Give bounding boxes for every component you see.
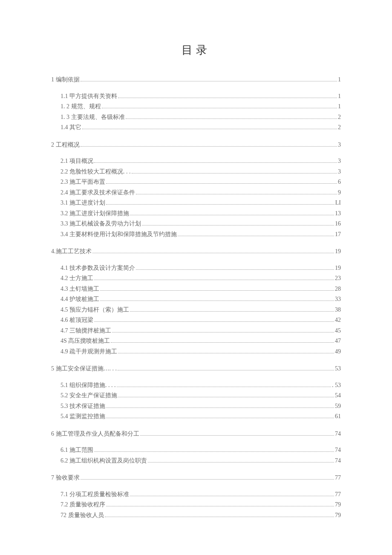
toc-children: 1.1 甲方提供有关资料11. 2 规范、规程11. 3 主要法规、各级标准21…: [51, 91, 341, 133]
toc-section: 2 工程概况32.1 项目概况32.2 危脸性较大工程概况. . .32.3 施…: [51, 140, 341, 240]
page-title: 目录: [51, 43, 341, 58]
toc-entry-label: 4.5 预应力锚杆（索）施工: [61, 305, 129, 315]
toc-section: 7 验收要求777.1 分项工程质量检验标准777.2 质量验收程序7972 质…: [51, 473, 341, 520]
toc-leader-dots: [118, 397, 334, 397]
toc-entry: 1 编制依据1: [51, 75, 341, 85]
table-of-contents: 1 编制依据11.1 甲方提供有关资料11. 2 规范、规程11. 3 主要法规…: [51, 75, 341, 520]
toc-entry: 4.9 疏干井观测井施工49: [61, 347, 341, 357]
toc-leader-dots: [106, 506, 334, 506]
toc-entry: 2.3 施工平面布置6: [61, 177, 341, 188]
toc-entry-label: 1 编制依据: [51, 75, 80, 85]
toc-entry-label: 6.2 施工组织机构设置及岗位职责: [61, 456, 147, 466]
toc-entry-label: 1. 2 规范、规程: [61, 101, 101, 112]
toc-entry-label: 2.4 施工要求及技术保证条件: [61, 188, 135, 198]
toc-leader-dots: [142, 225, 334, 225]
toc-entry: 1. 2 规范、规程1: [61, 101, 341, 112]
toc-entry: 6.2 施工组织机构设置及岗位职责74: [61, 456, 341, 466]
toc-entry: 1.1 甲方提供有关资料1: [61, 91, 341, 102]
toc-entry-label: 3.3 施工机械设备及劳动力计划: [61, 219, 141, 229]
toc-entry: 5.1 组织保障措施. . . .. 53: [61, 380, 341, 391]
toc-entry-page: 74: [335, 456, 341, 466]
toc-entry-page: 77: [335, 489, 341, 500]
toc-entry-page: 49: [335, 347, 341, 357]
toc-entry-page: 59: [335, 401, 341, 412]
toc-entry-label: 4.2 士方施工: [61, 273, 93, 284]
toc-entry: 1. 3 主要法规、各级标准2: [61, 112, 341, 123]
toc-entry: 3.2 施工进度计划保障措施13: [61, 208, 341, 219]
toc-leader-dots: [118, 98, 337, 98]
toc-entry-page: LI: [335, 198, 341, 208]
toc-entry-label: 5 施工安全保证措施…. . .: [51, 364, 117, 374]
toc-entry: 2.1 项目概况3: [61, 156, 341, 167]
toc-entry-label: 4.7 三轴搅拌桩施工: [61, 326, 111, 336]
toc-leader-dots: [148, 462, 334, 462]
toc-entry: 72 质量验收人员79: [61, 510, 341, 521]
toc-leader-dots: [130, 215, 334, 215]
toc-entry: 4.4 护坡桩施工33: [61, 294, 341, 305]
toc-entry: 5.3 技术保证措施59: [61, 401, 341, 412]
toc-leader-dots: [94, 321, 334, 322]
toc-entry-page: 3: [338, 140, 341, 150]
toc-leader-dots: [117, 387, 331, 387]
toc-leader-dots: [106, 418, 334, 418]
toc-children: 2.1 项目概况32.2 危脸性较大工程概况. . .32.3 施工平面布置62…: [51, 156, 341, 240]
toc-section: 6 施工管理及作业人员配备和分工746.1 施工范围746.2 施工组织机构设置…: [51, 429, 341, 466]
toc-entry-page: 16: [335, 219, 341, 229]
toc-entry-page: 19: [335, 263, 341, 274]
toc-entry: 4.7 三轴搅拌桩施工45: [61, 326, 341, 336]
toc-entry: 5 施工安全保证措施…. . .53: [51, 364, 341, 374]
toc-leader-dots: [100, 290, 334, 291]
toc-leader-dots: [106, 183, 337, 184]
toc-entry-page: 1: [338, 91, 341, 102]
toc-leader-dots: [130, 496, 334, 496]
toc-entry-page: 38: [335, 305, 341, 315]
toc-section: 5 施工安全保证措施…. . .535.1 组织保障措施. . . .. 535…: [51, 364, 341, 422]
toc-entry-label: 4S 高压搅喷桩施工: [61, 336, 110, 347]
toc-leader-dots: [94, 451, 334, 452]
toc-leader-dots: [106, 204, 334, 205]
toc-entry-page: 79: [335, 510, 341, 521]
toc-entry-page: 1: [338, 75, 341, 85]
toc-section: 1 编制依据11.1 甲方提供有关资料11. 2 规范、规程11. 3 主要法规…: [51, 75, 341, 133]
toc-entry-page: 42: [335, 315, 341, 326]
toc-entry: 4.施工工艺技术19: [51, 246, 341, 257]
toc-entry: 7 验收要求77: [51, 473, 341, 483]
toc-leader-dots: [136, 269, 334, 270]
toc-leader-dots: [81, 146, 337, 147]
toc-entry: 2 工程概况3: [51, 140, 341, 150]
toc-entry-page: 17: [335, 229, 341, 240]
toc-entry-label: 4.1 技术参数及设计方案简介: [61, 263, 135, 274]
toc-leader-dots: [102, 108, 337, 108]
toc-entry-page: 54: [335, 390, 341, 401]
toc-leader-dots: [136, 194, 337, 194]
toc-entry-label: 7 验收要求: [51, 473, 80, 483]
toc-entry-label: 3.1 施工进度计划: [61, 198, 105, 208]
toc-leader-dots: [118, 353, 334, 353]
toc-entry-label: 1. 3 主要法规、各级标准: [61, 112, 125, 123]
toc-children: 5.1 组织保障措施. . . .. 535.2 安全生产保证措施545.3 技…: [51, 380, 341, 422]
toc-entry-page: 45: [335, 326, 341, 336]
toc-entry-label: 6.1 施工范围: [61, 445, 93, 456]
toc-leader-dots: [82, 129, 337, 129]
toc-entry-page: 13: [335, 208, 341, 219]
toc-entry: 2.4 施工要求及技术保证条件9: [61, 188, 341, 198]
toc-section: 4.施工工艺技术194.1 技术参数及设计方案简介194.2 士方施工234.3…: [51, 246, 341, 357]
toc-entry-label: 4.4 护坡桩施工: [61, 294, 99, 305]
toc-leader-dots: [118, 370, 334, 370]
toc-entry-page: 28: [335, 284, 341, 295]
toc-entry-label: 3.4 主要材料使用计划和保障措施及节约措施: [61, 229, 177, 240]
toc-leader-dots: [106, 408, 334, 408]
toc-entry: 1.4 其它2: [61, 122, 341, 133]
toc-entry-page: 6: [338, 177, 341, 188]
toc-entry-label: 2.1 项目概况: [61, 156, 93, 167]
toc-entry-label: 2.2 危脸性较大工程概况. . .: [61, 167, 131, 177]
toc-entry-label: 4.6 桩顶冠梁: [61, 315, 93, 326]
toc-entry-page: 74: [335, 445, 341, 456]
toc-entry: 4.6 桩顶冠梁42: [61, 315, 341, 326]
toc-leader-dots: [111, 342, 334, 343]
toc-leader-dots: [92, 253, 334, 253]
toc-leader-dots: [94, 162, 337, 163]
toc-entry-label: 1.1 甲方提供有关资料: [61, 91, 117, 102]
toc-leader-dots: [126, 119, 337, 119]
toc-leader-dots: [81, 479, 334, 480]
